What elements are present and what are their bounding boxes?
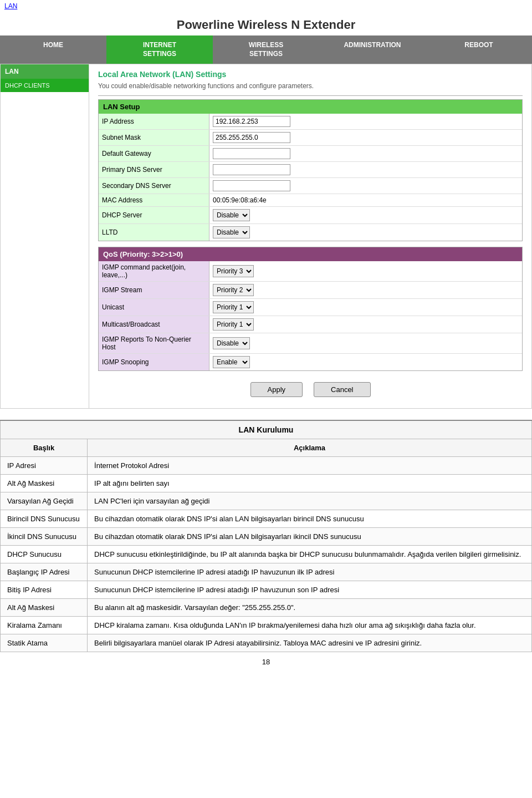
label-gateway: Default Gateway [99,146,209,161]
input-dns1[interactable] [213,164,290,175]
table-cell-desc: LAN PC'leri için varsayılan ağ geçidi [88,492,532,510]
table-cell-desc: Sunucunun DHCP istemcilerine IP adresi a… [88,563,532,581]
nav-home[interactable]: HOME [0,35,106,64]
content-area: Local Area Network (LAN) Settings You co… [89,64,531,408]
table-row: Statik AtamaBelirli bilgisayarlara manüe… [1,634,532,652]
value-gateway [209,146,294,161]
info-table: LAN Kurulumu Başlık Açıklama IP Adresiİn… [0,420,532,652]
table-cell-desc: IP alt ağını belirten sayı [88,475,532,492]
select-lltd[interactable]: Disable Enable [213,226,250,238]
table-cell-label: Alt Ağ Maskesi [1,475,88,492]
nav-admin[interactable]: ADMINISTRATION [319,35,426,64]
form-row-igmp-snooping: IGMP Snooping Disable Enable [99,354,522,370]
form-row-igmp-stream: IGMP Stream Priority 0 Priority 1 Priori… [99,282,522,299]
value-subnet [209,130,294,145]
value-igmp-stream: Priority 0 Priority 1 Priority 2 Priorit… [209,282,257,298]
value-lltd: Disable Enable [209,224,253,241]
main-layout: LAN DHCP CLIENTS Local Area Network (LAN… [0,64,532,409]
label-igmp-stream: IGMP Stream [99,282,209,298]
table-cell-desc: DHCP kiralama zamanı. Kısa olduğunda LAN… [88,617,532,634]
table-cell-label: İkincil DNS Sunucusu [1,528,88,546]
table-row: IP Adresiİnternet Protokol Adresi [1,457,532,475]
description: You could enable/disable networking func… [98,82,523,90]
table-cell-label: DHCP Sunucusu [1,546,88,563]
label-ip: IP Address [99,114,209,129]
value-ip [209,114,294,129]
label-igmp-cmd: IGMP command packet(join, leave,...) [99,261,209,281]
label-multicast: Multicast/Broadcast [99,316,209,333]
nav-bar: HOME INTERNET SETTINGS WIRELESS SETTINGS… [0,35,532,64]
label-unicast: Unicast [99,299,209,316]
input-ip[interactable] [213,116,290,127]
form-row-ip: IP Address [99,114,522,130]
top-lan-link[interactable]: LAN [0,0,532,12]
table-cell-desc: Bu cihazdan otomatik olarak DNS IP'si al… [88,510,532,528]
table-cell-label: Varsayılan Ağ Geçidi [1,492,88,510]
col-header-2: Açıklama [88,439,532,457]
label-lltd: LLTD [99,224,209,241]
select-dhcp[interactable]: Disable Enable [213,209,250,221]
input-dns2[interactable] [213,180,290,191]
button-row: Apply Cancel [98,377,523,403]
value-dhcp: Disable Enable [209,207,253,223]
form-row-igmp-cmd: IGMP command packet(join, leave,...) Pri… [99,261,522,282]
nav-wireless[interactable]: WIRELESS SETTINGS [213,35,319,64]
form-row-multicast: Multicast/Broadcast Priority 0 Priority … [99,316,522,333]
value-dns2 [209,178,294,194]
table-cell-desc: Belirli bilgisayarlara manüel olarak IP … [88,634,532,652]
col-header-1: Başlık [1,439,88,457]
sidebar: LAN DHCP CLIENTS [1,64,89,408]
table-row: Birincil DNS SunucusuBu cihazdan otomati… [1,510,532,528]
table-cell-label: Kiralama Zamanı [1,617,88,634]
lan-setup-section: LAN Setup IP Address Subnet Mask Default… [98,99,523,241]
table-cell-label: Birincil DNS Sunucusu [1,510,88,528]
select-igmp-reports[interactable]: Disable Enable [213,337,250,349]
select-unicast[interactable]: Priority 0 Priority 1 Priority 2 Priorit… [213,301,254,313]
form-row-dhcp: DHCP Server Disable Enable [99,207,522,224]
table-row: Bitiş IP AdresiSunucunun DHCP istemciler… [1,581,532,599]
page-header: Powerline Wireless N Extender [0,12,532,35]
value-igmp-reports: Disable Enable [209,333,253,353]
label-igmp-snooping: IGMP Snooping [99,354,209,370]
select-multicast[interactable]: Priority 0 Priority 1 Priority 2 Priorit… [213,318,254,331]
label-dns1: Primary DNS Server [99,162,209,177]
table-row: Alt Ağ MaskesiBu alanın alt ağ maskesidi… [1,599,532,617]
table-cell-label: Alt Ağ Maskesi [1,599,88,617]
table-cell-label: Statik Atama [1,634,88,652]
page-number: 18 [0,658,532,666]
table-cell-desc: Sunucunun DHCP istemcilerine IP adresi a… [88,581,532,599]
select-igmp-snooping[interactable]: Disable Enable [213,356,250,368]
value-dns1 [209,162,294,177]
apply-button[interactable]: Apply [250,382,303,397]
label-dhcp: DHCP Server [99,207,209,223]
table-cell-desc: İnternet Protokol Adresi [88,457,532,475]
form-row-dns1: Primary DNS Server [99,162,522,178]
value-mac: 00:05:9e:08:a6:4e [209,194,270,206]
qos-section: QoS (Priority: 3>2>1>0) IGMP command pac… [98,247,523,371]
select-igmp-cmd[interactable]: Priority 0 Priority 1 Priority 2 Priorit… [213,265,254,277]
section-title: Local Area Network (LAN) Settings [98,70,523,79]
nav-internet[interactable]: INTERNET SETTINGS [106,35,213,64]
input-subnet[interactable] [213,132,290,143]
form-row-dns2: Secondary DNS Server [99,178,522,194]
mac-value: 00:05:9e:08:a6:4e [213,196,267,204]
form-row-subnet: Subnet Mask [99,130,522,146]
label-dns2: Secondary DNS Server [99,178,209,194]
table-cell-desc: DHCP sunucusu etkinleştirildiğinde, bu I… [88,546,532,563]
sidebar-item-dhcp[interactable]: DHCP CLIENTS [1,79,89,92]
cancel-button[interactable]: Cancel [314,382,370,397]
form-row-unicast: Unicast Priority 0 Priority 1 Priority 2… [99,299,522,316]
value-multicast: Priority 0 Priority 1 Priority 2 Priorit… [209,316,257,333]
label-igmp-reports: IGMP Reports To Non-Querier Host [99,333,209,353]
label-mac: MAC Address [99,194,209,206]
sidebar-item-lan[interactable]: LAN [1,64,89,79]
table-section-header: LAN Kurulumu [1,420,532,439]
table-cell-desc: Bu alanın alt ağ maskesidir. Varsayılan … [88,599,532,617]
value-unicast: Priority 0 Priority 1 Priority 2 Priorit… [209,299,257,316]
table-row: Alt Ağ MaskesiIP alt ağını belirten sayı [1,475,532,492]
qos-header: QoS (Priority: 3>2>1>0) [99,247,522,261]
input-gateway[interactable] [213,148,290,159]
select-igmp-stream[interactable]: Priority 0 Priority 1 Priority 2 Priorit… [213,284,254,296]
nav-reboot[interactable]: REBOOT [426,35,532,64]
table-row: İkincil DNS SunucusuBu cihazdan otomatik… [1,528,532,546]
